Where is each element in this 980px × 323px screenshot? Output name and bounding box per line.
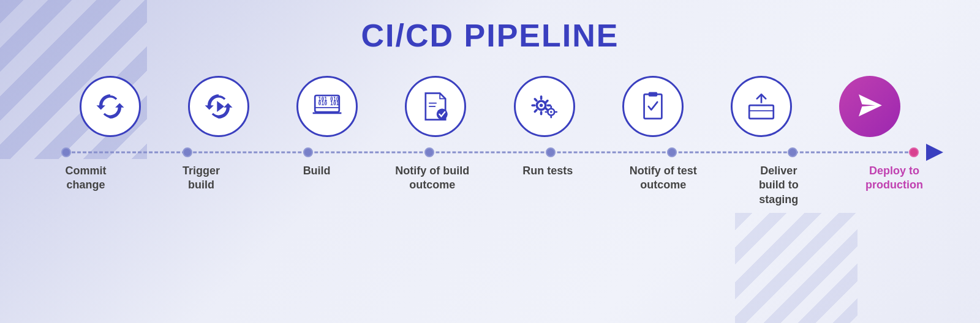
document-check-icon [419,90,452,123]
pipeline-wrapper: 010 101 101 010 [24,76,956,207]
label-build: Build [268,164,366,178]
step-notify-build [386,76,484,137]
timeline-dot-3 [303,147,313,157]
stripe-decoration-bottomright [735,213,858,323]
step-build: 010 101 101 010 [278,76,376,137]
run-tests-icon-circle [514,76,575,137]
label-notify-build: Notify of buildoutcome [383,164,481,193]
svg-rect-27 [749,105,774,119]
gears-icon [528,90,561,123]
timeline-dot-1 [61,147,71,157]
refresh-icon [94,90,127,123]
notify-build-icon-circle [405,76,466,137]
labels-row: Commitchange Triggerbuild Build Notify o… [24,164,956,207]
send-icon [853,90,886,123]
label-deliver-staging: Deliverbuild tostaging [729,164,827,207]
step-trigger-build [170,76,268,137]
timeline-dot-8 [909,147,919,157]
label-notify-test: Notify of testoutcome [614,164,712,193]
label-run-tests: Run tests [499,164,597,178]
svg-line-18 [546,101,548,103]
svg-point-10 [539,104,542,107]
step-commit-change [61,76,159,137]
step-deliver-staging [712,76,810,137]
svg-text:101 010: 101 010 [318,96,339,102]
notify-test-icon-circle [622,76,684,137]
svg-point-20 [550,111,552,113]
upload-box-icon [745,90,778,123]
svg-rect-26 [649,92,657,97]
label-deploy-production: Deploy toproduction [845,164,943,193]
label-commit-change: Commitchange [37,164,135,193]
step-notify-test [604,76,702,137]
deliver-staging-icon-circle [731,76,792,137]
trigger-build-icon-circle [188,76,249,137]
page-title: CI/CD PIPELINE [361,17,619,54]
trigger-icon [202,90,235,123]
timeline-dot-4 [424,147,434,157]
svg-marker-31 [859,94,882,116]
clipboard-check-icon [636,90,669,123]
step-deploy-production [821,76,919,137]
build-icon-circle: 010 101 101 010 [296,76,358,137]
deploy-production-icon-circle [839,76,900,137]
svg-line-16 [546,108,548,110]
commit-change-icon-circle [80,76,141,137]
timeline-arrow [926,144,943,161]
main-content: CI/CD PIPELINE [0,0,980,207]
label-trigger-build: Triggerbuild [153,164,251,193]
step-run-tests [496,76,594,137]
icons-row: 010 101 101 010 [24,76,956,137]
timeline-dot-7 [788,147,797,157]
timeline-dot-2 [183,147,192,157]
svg-line-15 [535,99,537,101]
svg-marker-0 [217,101,224,112]
svg-point-6 [437,109,448,120]
timeline-dot-5 [546,147,556,157]
build-icon: 010 101 101 010 [311,90,344,123]
timeline-dot-6 [667,147,677,157]
timeline [24,143,956,162]
svg-line-17 [535,110,537,112]
